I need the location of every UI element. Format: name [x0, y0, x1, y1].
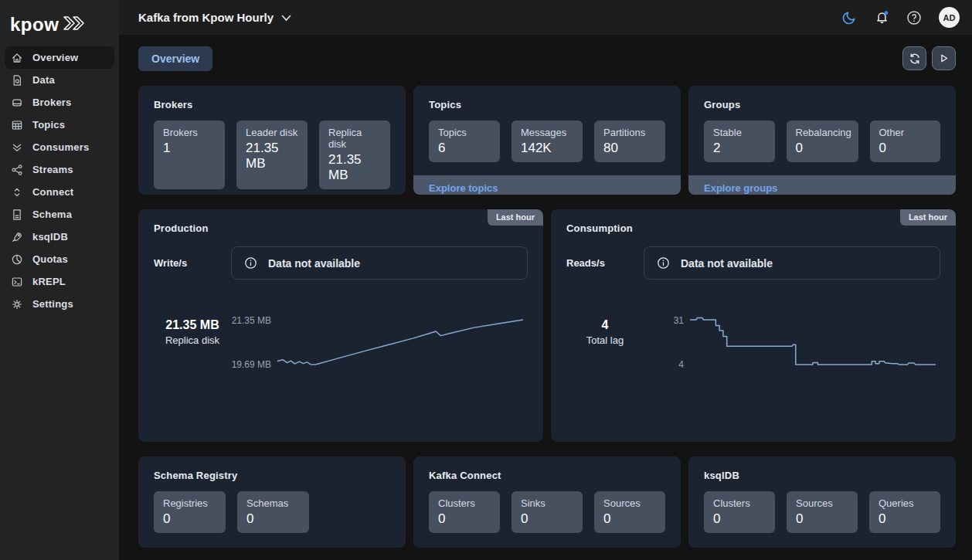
sidebar-item-label: Streams	[32, 164, 73, 175]
consumption-last-hour-badge: Last hour	[900, 209, 956, 226]
pie-icon	[11, 253, 23, 266]
stat-value: 6	[438, 141, 491, 156]
ksqldb-card: ksqlDB Clusters0Sources0Queries0	[688, 456, 956, 548]
sidebar-item-consumers[interactable]: Consumers	[5, 136, 114, 158]
cluster-selector[interactable]: Kafka from Kpow Hourly	[138, 11, 291, 24]
document-icon	[11, 209, 23, 221]
help-icon[interactable]	[906, 10, 922, 25]
stat-label: Rebalancing	[796, 127, 849, 138]
info-icon	[657, 256, 670, 270]
topics-card-footer: Explore topics	[413, 175, 681, 195]
stat-value: 0	[603, 511, 656, 527]
rocket-icon	[11, 231, 23, 243]
kpow-logo-chevrons-icon	[63, 15, 89, 35]
production-summary: 21.35 MB Replica disk	[154, 315, 231, 389]
topics-card: Topics Topics6Messages142KPartitions80 E…	[413, 86, 681, 195]
tab-overview[interactable]: Overview	[138, 46, 212, 71]
topics-stats: Topics6Messages142KPartitions80	[429, 120, 665, 162]
stat-value: 0	[521, 511, 573, 527]
sidebar-item-ksqldb[interactable]: ksqlDB	[5, 226, 114, 248]
stat-tile: Leader disk21.35 MB	[236, 120, 308, 189]
ksqldb-stats: Clusters0Sources0Queries0	[704, 491, 940, 533]
sidebar-item-krepl[interactable]: kREPL	[5, 270, 114, 293]
stat-value: 1	[163, 141, 216, 156]
production-y-max-tick: 21.35 MB	[231, 315, 271, 326]
consumption-data-not-available: Data not available	[644, 246, 940, 280]
sidebar-item-quotas[interactable]: Quotas	[5, 248, 114, 270]
stat-tile: Sinks0	[511, 491, 583, 533]
user-avatar[interactable]: AD	[939, 7, 960, 28]
home-icon	[11, 52, 23, 64]
dark-mode-moon-icon[interactable]	[841, 10, 857, 25]
writes-per-sec-label: Write/s	[154, 246, 231, 280]
reads-per-sec-label: Reads/s	[566, 246, 644, 280]
explore-topics-link[interactable]: Explore topics	[429, 182, 498, 194]
topics-card-title: Topics	[429, 99, 665, 110]
consumption-summary: 4 Total lag	[566, 315, 644, 389]
charts-row: Last hour Production Write/s	[138, 209, 956, 442]
schema-registry-card-title: Schema Registry	[154, 470, 390, 481]
sidebar-item-connect[interactable]: Connect	[5, 181, 114, 203]
stat-tile: Partitions80	[594, 120, 665, 162]
stat-value: 0	[796, 141, 849, 156]
sidebar-item-data[interactable]: Data	[5, 69, 114, 91]
toolbar: Overview	[138, 46, 956, 71]
notifications-bell-icon[interactable]	[874, 10, 889, 25]
stat-tile: Topics6	[429, 120, 500, 162]
explore-groups-link[interactable]: Explore groups	[704, 182, 777, 194]
stat-value: 0	[796, 511, 848, 527]
groups-card-footer: Explore groups	[688, 175, 956, 195]
groups-card-title: Groups	[704, 99, 940, 110]
sidebar-item-brokers[interactable]: Brokers	[5, 91, 114, 114]
sidebar-item-streams[interactable]: Streams	[5, 158, 114, 181]
sidebar-item-settings[interactable]: Settings	[5, 293, 114, 315]
drive-icon	[11, 97, 23, 109]
kafka-connect-card-title: Kafka Connect	[429, 470, 665, 481]
stat-label: Sources	[796, 497, 848, 509]
replica-disk-value: 21.35 MB	[154, 318, 231, 332]
kpow-logo-text: kpow	[10, 14, 59, 36]
brokers-card-title: Brokers	[154, 99, 390, 110]
table-icon	[11, 119, 23, 131]
stat-value: 80	[603, 141, 656, 156]
stat-label: Clusters	[438, 497, 491, 509]
consumption-chart-row: 4 Total lag 31 4	[566, 315, 940, 389]
stat-label: Replica disk	[328, 127, 381, 150]
stat-label: Brokers	[163, 127, 216, 138]
schema-registry-card: Schema Registry Registries0Schemas0	[138, 456, 406, 548]
sidebar-item-label: Settings	[32, 298, 73, 310]
stat-tile: Replica disk21.35 MB	[319, 120, 390, 189]
sidebar-item-overview[interactable]: Overview	[5, 46, 114, 69]
sidebar-item-label: kREPL	[32, 276, 66, 287]
sidebar-item-schema[interactable]: Schema	[5, 203, 114, 226]
production-data-not-available: Data not available	[231, 246, 528, 280]
kpow-logo[interactable]: kpow	[0, 8, 119, 46]
replica-disk-label: Replica disk	[154, 334, 231, 346]
consumption-not-available-text: Data not available	[681, 257, 773, 270]
stat-label: Messages	[521, 127, 573, 138]
production-chart: 21.35 MB 19.69 MB	[231, 315, 528, 389]
consumption-y-max-tick: 31	[644, 315, 684, 326]
play-button[interactable]	[932, 46, 956, 70]
schema-registry-stats: Registries0Schemas0	[154, 491, 390, 533]
cluster-selector-label: Kafka from Kpow Hourly	[138, 11, 274, 24]
stat-value: 0	[438, 511, 491, 527]
sidebar-item-label: Brokers	[32, 97, 72, 108]
stat-tile: Clusters0	[429, 491, 500, 533]
consumption-metric-row: Reads/s Data not available	[566, 246, 940, 280]
stat-tile: Sources0	[787, 491, 858, 533]
gear-icon	[11, 298, 23, 311]
stat-label: Leader disk	[246, 127, 298, 138]
stat-tile: Queries0	[869, 491, 940, 533]
stat-value: 21.35 MB	[246, 141, 298, 171]
stat-label: Schemas	[246, 497, 300, 509]
groups-card: Groups Stable2Rebalancing0Other0 Explore…	[688, 86, 956, 195]
sidebar-item-topics[interactable]: Topics	[5, 114, 114, 136]
kafka-connect-stats: Clusters0Sinks0Sources0	[429, 491, 665, 533]
stat-tile: Clusters0	[704, 491, 775, 533]
bottom-card-row: Schema Registry Registries0Schemas0 Kafk…	[138, 456, 956, 548]
stat-tile: Stable2	[704, 120, 775, 162]
refresh-button[interactable]	[902, 46, 926, 70]
sidebar: kpow OverviewDataBrokersTopicsConsumersS…	[0, 0, 119, 560]
stat-tile: Sources0	[594, 491, 665, 533]
